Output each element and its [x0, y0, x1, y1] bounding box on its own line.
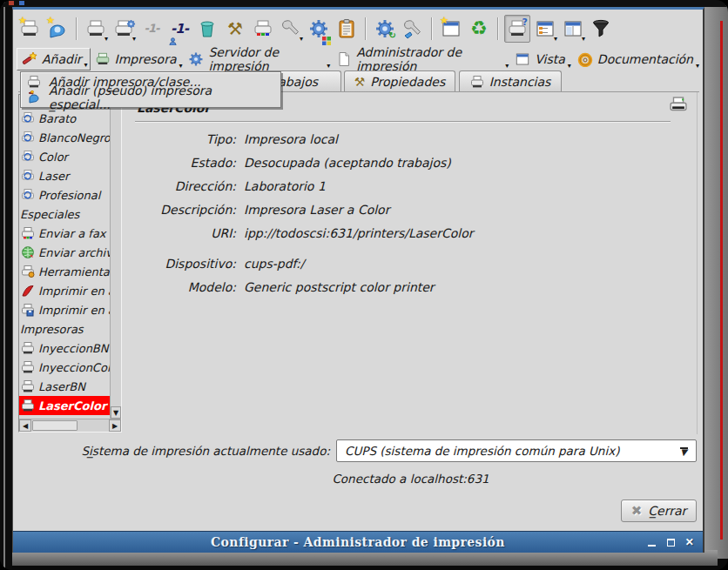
tree-view-button[interactable]: ▾: [532, 15, 558, 43]
add-special-printer-wizard-button[interactable]: ★: [44, 15, 71, 43]
list-item[interactable]: Barato: [19, 109, 110, 128]
menu-administrador-impresion[interactable]: Administrador de impresión▾: [332, 48, 510, 70]
list-item[interactable]: InyeccionCol: [19, 358, 110, 377]
send-file-icon: [21, 245, 35, 259]
print-manager-window: ★ ★ ▾ ▾ -1- -1- ⚒ ▾ ↻ ★ ♻ ? ▾ ▾: [12, 7, 704, 553]
printer-icon: [470, 75, 484, 89]
scrollbar-thumb[interactable]: [32, 420, 78, 431]
horizontal-scrollbar[interactable]: ◀ ▶: [19, 419, 121, 432]
tab-instancias[interactable]: Instancias: [459, 70, 562, 91]
list-item[interactable]: InyeccionBN: [19, 339, 110, 358]
wizard-window-button[interactable]: ★: [438, 15, 464, 43]
chevron-down-icon: ▾: [582, 36, 585, 43]
tab-label: Propiedades: [370, 75, 445, 89]
list-item[interactable]: Imprimir en a: [19, 281, 110, 300]
list-item[interactable]: BlancoNegro: [19, 128, 110, 147]
chevron-down-icon: ▾: [179, 63, 182, 70]
add-printer-wizard-button[interactable]: ★: [17, 15, 43, 43]
list-item[interactable]: Imprimir en a: [19, 300, 110, 319]
detail-row: Modelo:Generic postscript color printer: [130, 280, 690, 304]
toolbar-separator: [76, 17, 78, 40]
menu-anadir[interactable]: Añadir▾: [17, 48, 91, 70]
tools-icon: ⚒: [354, 75, 366, 89]
wizard-star-icon: ★: [440, 15, 448, 26]
close-x-icon: ✖: [631, 503, 643, 519]
list-category: Impresoras: [19, 319, 110, 339]
menu-label: Añadir: [42, 52, 82, 66]
close-button[interactable]: ✖ C̲errar: [621, 500, 697, 522]
maximize-button[interactable]: [664, 536, 677, 548]
menu-vista[interactable]: Vista▾: [510, 48, 573, 70]
list-item-selected[interactable]: LaserColor: [19, 396, 110, 415]
remove-printer-button[interactable]: [194, 15, 220, 43]
desktop-fragment-top: [0, 0, 728, 7]
scroll-down-button[interactable]: ▼: [111, 406, 121, 419]
printer-list-rows: Barato BlancoNegro Color Laser Profesion…: [19, 109, 110, 415]
class-printer-icon: [21, 111, 35, 125]
minimize-button[interactable]: [645, 536, 657, 548]
desktop-fragment-left: [0, 0, 12, 570]
list-item[interactable]: Enviar archiv: [19, 243, 110, 262]
set-local-default-button[interactable]: -1-: [138, 15, 165, 43]
class-printer-icon: [21, 150, 35, 164]
list-item[interactable]: Enviar a fax: [19, 224, 110, 243]
chevron-down-icon: ▾: [132, 36, 136, 43]
menu-servidor-impresion[interactable]: Servidor de impresión▾: [184, 48, 332, 70]
scroll-left-button[interactable]: ◀: [19, 419, 31, 432]
chevron-down-icon: ▾: [300, 36, 303, 43]
printer-gear-button[interactable]: ▾: [111, 15, 137, 43]
chevron-down-icon[interactable]: ▼: [675, 444, 692, 459]
screen: ★ ★ ▾ ▾ -1- -1- ⚒ ▾ ↻ ★ ♻ ? ▾ ▾: [0, 0, 728, 570]
maintenance-wrench-button[interactable]: ▾: [278, 15, 304, 43]
vertical-scrollbar[interactable]: ▼: [110, 95, 121, 419]
set-user-default-button[interactable]: -1-: [166, 15, 192, 43]
detail-row: Dirección:Laboratorio 1: [130, 179, 690, 203]
server-configure-button[interactable]: [400, 15, 426, 43]
printer-tools-button[interactable]: ⚒: [222, 15, 248, 43]
scroll-right-button[interactable]: ▶: [109, 419, 121, 432]
windows-flag-icon: [322, 32, 331, 41]
list-item[interactable]: Profesional: [19, 185, 110, 205]
list-item[interactable]: Color: [19, 147, 110, 166]
recycle-icon: ♻: [470, 18, 488, 39]
menubar: Añadir▾ Impresora▾ Servidor de impresión…: [17, 48, 701, 70]
refresh-mini-icon: ↻: [389, 30, 396, 40]
window-titlebar[interactable]: Configurar - Administrador de impresión …: [13, 531, 703, 553]
print-system-select[interactable]: CUPS (sistema de impresión común para Un…: [336, 439, 697, 462]
printer-icon: [21, 399, 35, 412]
driver-export-button[interactable]: [306, 15, 332, 43]
donut-icon: [577, 51, 593, 67]
menu-impresora[interactable]: Impresora▾: [91, 48, 185, 70]
printer-list: Barato BlancoNegro Color Laser Profesion…: [18, 94, 122, 433]
print-system-label: Si̲stema de impresión actualmente usado:: [13, 444, 336, 458]
tab-propiedades[interactable]: ⚒Propiedades: [344, 70, 455, 91]
printer-icon: [21, 360, 35, 374]
refresh-button[interactable]: ♻: [466, 15, 492, 43]
printer-details-panel: LaserColor Tipo:Impresora local Estado:D…: [130, 92, 697, 434]
menu-documentacion[interactable]: Documentación▾: [573, 48, 701, 70]
window-title: Configurar - Administrador de impresión: [211, 535, 505, 549]
details-rows: Tipo:Impresora local Estado:Desocupada (…: [130, 132, 690, 304]
server-restart-button[interactable]: ↻: [372, 15, 398, 43]
toolbar-separator: [497, 17, 499, 40]
chevron-down-icon: ▾: [104, 36, 108, 43]
toolbar-separator: [431, 17, 433, 40]
add-printer-icon: [27, 75, 41, 89]
printer-copies-button[interactable]: ▾: [83, 15, 109, 43]
toolbar-separator: [365, 17, 367, 40]
close-window-button[interactable]: ✕: [684, 536, 696, 548]
filter-button[interactable]: [588, 15, 614, 43]
jobs-clipboard-button[interactable]: [334, 15, 360, 43]
chevron-down-icon: ▾: [554, 36, 557, 43]
test-printer-button[interactable]: [250, 15, 276, 43]
fax-printer-icon: [21, 226, 35, 240]
menu-item-anadir-pseudo-impresora[interactable]: Añadir (pseudo) impresora e̲special...: [22, 90, 280, 105]
list-item[interactable]: Herramienta: [19, 262, 110, 281]
pdf-print-icon: [21, 284, 35, 298]
column-view-button[interactable]: ▾: [560, 15, 586, 43]
printer-info-toggle-button[interactable]: ?: [504, 15, 530, 43]
list-item[interactable]: LaserBN: [19, 377, 110, 396]
wizard-star-icon: ★: [18, 15, 27, 26]
list-item[interactable]: Laser: [19, 166, 110, 185]
connection-status: Conectado a localhost:631: [125, 472, 697, 486]
